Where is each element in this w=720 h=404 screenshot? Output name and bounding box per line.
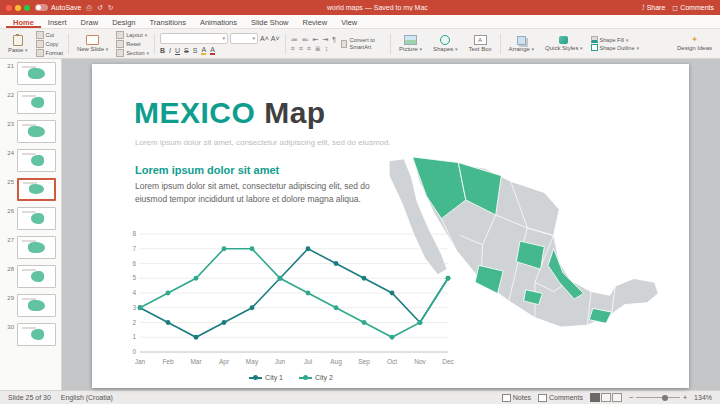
- document-title[interactable]: world maps — Saved to my Mac: [119, 4, 636, 11]
- text-direction-icon[interactable]: ¶: [332, 36, 336, 43]
- convert-to-smartart-button[interactable]: Convert to SmartArt: [341, 37, 385, 49]
- tab-view[interactable]: View: [334, 15, 364, 28]
- section-heading[interactable]: Lorem ipsum dolor sit amet: [135, 164, 279, 176]
- align-center-icon[interactable]: ≡: [299, 45, 303, 52]
- redo-icon[interactable]: ↻: [108, 4, 114, 11]
- shapes-button[interactable]: Shapes ▾: [430, 35, 461, 52]
- powerpoint-window: AutoSave ⎙ ↺ ↻ world maps — Saved to my …: [0, 0, 720, 404]
- text-shadow-button[interactable]: S: [193, 47, 198, 54]
- slide-thumbnail-preview[interactable]: [17, 178, 56, 201]
- layout-button[interactable]: Layout▾: [116, 31, 149, 39]
- slide-number: 28: [6, 266, 14, 272]
- slide-thumbnail-preview[interactable]: [17, 91, 56, 114]
- slide-thumbnail-23[interactable]: 23: [6, 120, 57, 143]
- section-button[interactable]: Section▾: [116, 49, 149, 57]
- zoom-in-icon[interactable]: +: [683, 394, 687, 401]
- zoom-knob[interactable]: [662, 395, 668, 401]
- new-slide-icon: [86, 35, 99, 45]
- slideshow-view-button[interactable]: [612, 393, 622, 402]
- grow-font-button[interactable]: A˄: [260, 35, 269, 42]
- slide-thumbnail-preview[interactable]: [17, 62, 56, 85]
- tab-review[interactable]: Review: [296, 15, 335, 28]
- bullets-icon[interactable]: ≔: [291, 36, 298, 43]
- justify-icon[interactable]: ≣: [315, 45, 321, 52]
- svg-text:8: 8: [132, 230, 136, 237]
- font-name-select[interactable]: ▾: [160, 33, 228, 44]
- font-size-select[interactable]: ▾: [230, 33, 258, 44]
- slide-thumbnail-25[interactable]: 25: [6, 178, 57, 201]
- slide-thumbnail-preview[interactable]: [17, 120, 56, 143]
- new-slide-button[interactable]: New Slide ▾: [74, 35, 111, 52]
- strikethrough-button[interactable]: S: [184, 47, 189, 54]
- shape-fill-button[interactable]: Shape Fill▾: [591, 36, 639, 43]
- shrink-font-button[interactable]: A˅: [271, 35, 280, 42]
- body-text[interactable]: Lorem ipsum dolor sit amet, consectetur …: [135, 180, 373, 206]
- minimize-window-button[interactable]: [15, 5, 21, 11]
- slide-thumbnail-preview[interactable]: [17, 207, 56, 230]
- slide-sorter-view-button[interactable]: [601, 393, 611, 402]
- tab-draw[interactable]: Draw: [74, 15, 106, 28]
- svg-text:Jun: Jun: [275, 358, 286, 365]
- slide-thumbnail-28[interactable]: 28: [6, 265, 57, 288]
- design-ideas-button[interactable]: ✦ Design Ideas: [674, 36, 715, 51]
- slide-thumbnail-preview[interactable]: [17, 236, 56, 259]
- slide-thumbnail-26[interactable]: 26: [6, 207, 57, 230]
- slide-thumbnail-24[interactable]: 24: [6, 149, 57, 172]
- zoom-out-icon[interactable]: −: [629, 394, 633, 401]
- zoom-level[interactable]: 134%: [694, 394, 712, 401]
- slide-thumbnail-27[interactable]: 27: [6, 236, 57, 259]
- slide-thumbnail-22[interactable]: 22: [6, 91, 57, 114]
- comments-button[interactable]: ◻ Comments: [672, 4, 714, 11]
- slide-thumbnail-21[interactable]: 21: [6, 62, 57, 85]
- notes-button[interactable]: Notes: [502, 394, 531, 402]
- slide-thumbnail-30[interactable]: 30: [6, 323, 57, 346]
- tab-home[interactable]: Home: [6, 15, 41, 28]
- autosave-toggle[interactable]: AutoSave: [35, 4, 81, 11]
- numbering-icon[interactable]: ≕: [302, 36, 309, 43]
- align-left-icon[interactable]: ≡: [291, 45, 295, 52]
- zoom-window-button[interactable]: [24, 5, 30, 11]
- decrease-indent-icon[interactable]: ⇤: [313, 36, 319, 43]
- close-window-button[interactable]: [6, 5, 12, 11]
- legend-label: City 2: [315, 374, 333, 381]
- italic-button[interactable]: I: [169, 47, 171, 54]
- slide-thumbnail-29[interactable]: 29: [6, 294, 57, 317]
- bold-button[interactable]: B: [160, 47, 165, 54]
- mexico-map[interactable]: [370, 142, 670, 357]
- picture-button[interactable]: Picture ▾: [396, 35, 425, 52]
- tab-design[interactable]: Design: [105, 15, 142, 28]
- quick-styles-button[interactable]: Quick Styles ▾: [542, 36, 586, 51]
- reset-button[interactable]: Reset: [116, 40, 149, 48]
- line-spacing-icon[interactable]: ↕: [325, 45, 329, 52]
- slide-title[interactable]: MEXICO Map: [134, 96, 326, 130]
- slide-thumbnail-preview[interactable]: [17, 294, 56, 317]
- underline-button[interactable]: U: [175, 47, 180, 54]
- save-icon[interactable]: ⎙: [86, 4, 92, 11]
- tab-slide-show[interactable]: Slide Show: [244, 15, 296, 28]
- copy-icon: [36, 40, 44, 48]
- text-box-button[interactable]: A Text Box: [466, 35, 495, 52]
- undo-icon[interactable]: ↺: [97, 4, 103, 11]
- format-painter-button[interactable]: Format: [36, 49, 63, 57]
- language-indicator[interactable]: English (Croatia): [61, 394, 113, 401]
- comments-panel-button[interactable]: Comments: [538, 394, 583, 402]
- cut-button[interactable]: Cut: [36, 31, 63, 39]
- slide-thumbnail-preview[interactable]: [17, 265, 56, 288]
- slide[interactable]: MEXICO Map Lorem ipsum dolor sit amet, c…: [92, 64, 689, 388]
- font-color-button[interactable]: A: [210, 46, 215, 55]
- tab-transitions[interactable]: Transitions: [142, 15, 192, 28]
- copy-button[interactable]: Copy: [36, 40, 63, 48]
- increase-indent-icon[interactable]: ⇥: [322, 36, 328, 43]
- slide-thumbnail-preview[interactable]: [17, 149, 56, 172]
- slide-thumbnail-preview[interactable]: [17, 323, 56, 346]
- share-button[interactable]: ⤴ Share: [641, 4, 665, 11]
- highlight-color-button[interactable]: A: [201, 46, 206, 55]
- shape-outline-button[interactable]: Shape Outline▾: [591, 44, 639, 51]
- paste-button[interactable]: Paste ▾: [5, 35, 31, 53]
- zoom-slider[interactable]: [636, 397, 680, 398]
- tab-animations[interactable]: Animations: [193, 15, 244, 28]
- normal-view-button[interactable]: [590, 393, 600, 402]
- align-right-icon[interactable]: ≡: [307, 45, 311, 52]
- tab-insert[interactable]: Insert: [41, 15, 74, 28]
- arrange-button[interactable]: Arrange ▾: [506, 36, 538, 52]
